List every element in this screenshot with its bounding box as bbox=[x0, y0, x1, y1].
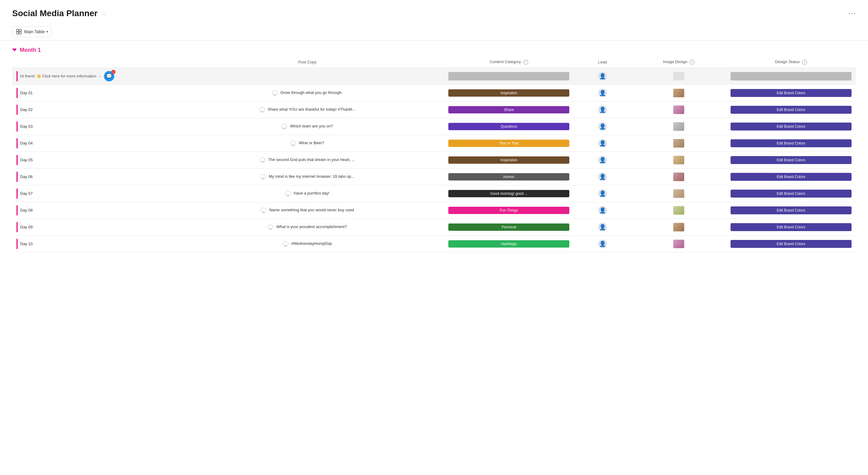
svg-rect-1 bbox=[19, 29, 21, 31]
row-design-status[interactable]: Edit Brand Colors bbox=[726, 85, 856, 101]
comment-icon[interactable] bbox=[283, 241, 288, 247]
post-copy-text: Grow through what you go through. bbox=[280, 90, 343, 95]
row-lead: 👤 bbox=[574, 135, 631, 151]
post-copy-text: Wine or Beer? bbox=[299, 141, 324, 145]
col-header-name bbox=[12, 56, 171, 68]
row-name: Day 10 bbox=[20, 241, 33, 246]
row-category: Inspiration bbox=[444, 85, 574, 101]
group-header: ❤ Month 1 bbox=[12, 40, 856, 56]
row-design-status[interactable]: Edit Brand Colors bbox=[726, 151, 856, 168]
comment-icon[interactable] bbox=[285, 191, 291, 196]
row-image-design bbox=[631, 151, 726, 168]
comment-icon[interactable] bbox=[272, 90, 278, 96]
image-thumb bbox=[673, 89, 684, 97]
chevron-down-icon: ▾ bbox=[46, 30, 48, 34]
row-name-cell: Day 05 bbox=[12, 151, 171, 168]
image-design-info-icon[interactable]: i bbox=[690, 60, 694, 65]
row-image-design bbox=[631, 202, 726, 218]
row-design-status[interactable]: Edit Brand Colors bbox=[726, 202, 856, 218]
row-category: Questions bbox=[444, 118, 574, 135]
comment-icon[interactable] bbox=[260, 157, 266, 163]
table-selector[interactable]: Main Table ▾ bbox=[12, 26, 52, 37]
table-grid-icon bbox=[16, 28, 22, 35]
col-header-lead: Lead bbox=[574, 56, 631, 68]
post-copy-text: #WednesdayHumpDay bbox=[291, 241, 332, 246]
status-button[interactable]: Edit Brand Colors bbox=[731, 173, 851, 181]
comment-icon[interactable] bbox=[290, 141, 296, 146]
status-button[interactable]: Edit Brand Colors bbox=[731, 123, 851, 130]
post-copy-text: Name something that you would never buy … bbox=[269, 208, 354, 212]
table-row: Day 06 My mind is like my internet brows… bbox=[12, 168, 856, 185]
header-left: Social Media Planner ☆ bbox=[12, 8, 107, 18]
info-row-cell[interactable]: Hi there! 👋 Click here for more informat… bbox=[12, 68, 444, 85]
comment-icon[interactable] bbox=[260, 174, 266, 180]
category-badge: This or That bbox=[448, 140, 569, 147]
comment-icon[interactable] bbox=[259, 107, 265, 113]
content-category-info-icon[interactable]: i bbox=[523, 60, 528, 65]
col-header-post-copy: Post Copy bbox=[171, 56, 444, 68]
category-badge: Personal bbox=[448, 224, 569, 231]
comment-icon[interactable] bbox=[261, 208, 267, 213]
row-image-design bbox=[631, 218, 726, 235]
table-header-row: Post Copy Content Category i Lead Image … bbox=[12, 56, 856, 68]
lead-avatar: 👤 bbox=[598, 156, 607, 164]
pink-bar bbox=[17, 172, 18, 182]
row-lead: 👤 bbox=[574, 85, 631, 101]
favorite-icon[interactable]: ☆ bbox=[101, 10, 107, 17]
comment-icon[interactable] bbox=[282, 124, 287, 129]
row-name-cell: Day 03 bbox=[12, 118, 171, 135]
info-lead-cell: 👤 bbox=[574, 68, 631, 85]
info-image-cell bbox=[631, 68, 726, 85]
table-row: Day 09 What is your proudest accomplishm… bbox=[12, 218, 856, 235]
pink-bar bbox=[17, 205, 18, 215]
row-category: Inspiration bbox=[444, 151, 574, 168]
status-button[interactable]: Edit Brand Colors bbox=[731, 223, 851, 231]
col-header-design-status: Design Status i bbox=[726, 56, 856, 68]
image-thumb bbox=[673, 189, 684, 198]
row-design-status[interactable]: Edit Brand Colors bbox=[726, 135, 856, 151]
row-design-status[interactable]: Edit Brand Colors bbox=[726, 218, 856, 235]
row-lead: 👤 bbox=[574, 151, 631, 168]
row-category: Personal bbox=[444, 218, 574, 235]
status-button[interactable]: Edit Brand Colors bbox=[731, 106, 851, 114]
chat-bubble-icon[interactable]: 💬 1 bbox=[104, 71, 114, 81]
row-design-status[interactable]: Edit Brand Colors bbox=[726, 235, 856, 252]
row-name: Day 06 bbox=[20, 174, 33, 179]
category-badge: Fun Things bbox=[448, 207, 569, 214]
post-copy-text: My mind is like my internet browser. 19 … bbox=[269, 174, 354, 179]
row-name: Day 02 bbox=[20, 107, 33, 112]
image-thumb bbox=[673, 173, 684, 181]
status-button[interactable]: Edit Brand Colors bbox=[731, 89, 851, 97]
row-design-status[interactable]: Edit Brand Colors bbox=[726, 168, 856, 185]
row-category: Good morning/ good ... bbox=[444, 185, 574, 202]
row-design-status[interactable]: Edit Brand Colors bbox=[726, 185, 856, 202]
row-design-status[interactable]: Edit Brand Colors bbox=[726, 101, 856, 118]
comment-icon[interactable] bbox=[268, 225, 273, 230]
row-design-status[interactable]: Edit Brand Colors bbox=[726, 118, 856, 135]
status-button[interactable]: Edit Brand Colors bbox=[731, 139, 851, 147]
row-name: Day 08 bbox=[20, 208, 33, 212]
design-status-info-icon[interactable]: i bbox=[802, 60, 807, 65]
row-category: This or That bbox=[444, 135, 574, 151]
table-row: Day 02 Share what YOU are thankful for t… bbox=[12, 101, 856, 118]
image-thumb bbox=[673, 223, 684, 231]
image-thumb bbox=[673, 106, 684, 114]
row-image-design bbox=[631, 135, 726, 151]
table-name-label: Main Table bbox=[24, 29, 44, 34]
image-thumb bbox=[673, 72, 684, 81]
status-button[interactable]: Edit Brand Colors bbox=[731, 190, 851, 198]
category-badge: Hashtags bbox=[448, 240, 569, 247]
row-image-design bbox=[631, 85, 726, 101]
more-options-icon[interactable]: ··· bbox=[848, 9, 856, 18]
row-image-design bbox=[631, 118, 726, 135]
status-button[interactable]: Edit Brand Colors bbox=[731, 156, 851, 164]
lead-avatar: 👤 bbox=[598, 206, 607, 215]
pink-bar bbox=[17, 188, 18, 199]
row-post-copy: The second God puts that dream in your h… bbox=[171, 151, 444, 168]
lead-avatar: 👤 bbox=[598, 89, 607, 97]
image-thumb bbox=[673, 206, 684, 215]
row-name: Day 07 bbox=[20, 191, 33, 196]
group-collapse-icon[interactable]: ❤ bbox=[12, 47, 17, 53]
status-button[interactable]: Edit Brand Colors bbox=[731, 240, 851, 248]
status-button[interactable]: Edit Brand Colors bbox=[731, 206, 851, 214]
